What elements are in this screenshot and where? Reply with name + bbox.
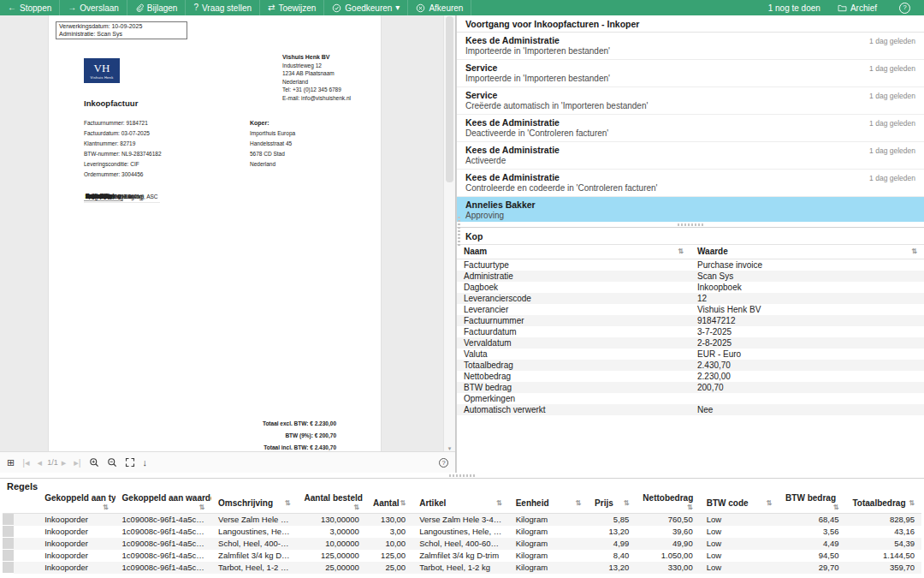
- panel-resizer-vertical[interactable]: [458, 217, 460, 246]
- buyer-address-line: Importhuis Europa: [250, 128, 295, 139]
- regels-row[interactable]: Inkooporder1c09008c-96f1-4a5c-9933-019…V…: [3, 514, 921, 526]
- toolbar-right: 1 nog te doen Archief ?: [768, 0, 924, 15]
- kop-row[interactable]: FactuurtypePurchase invoice: [457, 259, 924, 271]
- toolbar-button-stoppen[interactable]: ←Stoppen: [0, 0, 60, 15]
- regels-cell-nettobedrag: 330,00: [636, 562, 699, 574]
- row-drag-handle[interactable]: [3, 514, 14, 526]
- zoom-in-icon: [89, 457, 99, 468]
- pager-first-page-button[interactable]: |◂: [22, 458, 29, 468]
- regels-header-btw-code[interactable]: BTW code⇅: [700, 493, 779, 514]
- activity-action: Importeerde in 'Importeren bestanden': [465, 74, 915, 83]
- toolbar-button-toewijzen[interactable]: ⇄Toewijzen: [260, 0, 324, 15]
- download-icon: ↓: [143, 458, 148, 468]
- row-drag-handle[interactable]: [3, 526, 14, 538]
- kop-row[interactable]: Factuurdatum3-7-2025: [457, 326, 924, 337]
- sort-icon: ⇅: [198, 503, 204, 513]
- toolbar-button-overslaan[interactable]: →Overslaan: [60, 0, 127, 15]
- regels-header-totaalbedrag[interactable]: Totaalbedrag⇅: [845, 493, 921, 514]
- row-drag-handle[interactable]: [3, 550, 14, 562]
- kop-header-waarde[interactable]: Waarde⇅: [690, 245, 924, 259]
- kop-title: Kop: [457, 228, 924, 245]
- kop-name-cell: Factuurnummer: [457, 315, 690, 326]
- sort-icon: ⇅: [103, 503, 109, 513]
- regels-header-prijs[interactable]: Prijs⇅: [588, 493, 636, 514]
- regels-header-eenheid[interactable]: Eenheid⇅: [509, 493, 588, 514]
- app-window: ←Stoppen→OverslaanBijlagen?Vraag stellen…: [0, 0, 924, 578]
- document-viewport[interactable]: Verwerkingsdatum: 10-09-2025 Administrat…: [0, 15, 455, 452]
- regels-row[interactable]: Inkooporder1c09008c-96f1-4a5c-9933-019…Z…: [3, 550, 921, 562]
- regels-header-artikel[interactable]: Artikel⇅: [412, 493, 509, 514]
- folder-icon: [838, 3, 847, 13]
- archive-button[interactable]: Archief: [832, 3, 882, 14]
- page-indicator: 1/1: [47, 458, 58, 467]
- kop-row[interactable]: ValutaEUR - Euro: [457, 349, 924, 360]
- kop-name-cell: Totaalbedrag: [457, 360, 690, 371]
- kop-name-cell: BTW bedrag: [457, 382, 690, 393]
- pager-grid-button[interactable]: ⊞: [7, 458, 15, 468]
- regels-cell-aantal-besteld: 3,00000: [298, 526, 366, 538]
- activity-item: Service1 dag geledenCreëerde automatisch…: [457, 87, 924, 115]
- regels-cell-btw-bedrag: 3,56: [779, 526, 845, 538]
- paperclip-icon: [135, 3, 144, 12]
- regels-header-nettobedrag[interactable]: Nettobedrag⇅: [636, 493, 699, 514]
- toolbar-button-afkeuren[interactable]: Afkeuren: [408, 0, 471, 15]
- kop-row[interactable]: Factuurnummer91847212: [457, 315, 924, 326]
- kop-row[interactable]: Opmerkingen: [457, 393, 924, 404]
- regels-row[interactable]: Inkooporder1c09008c-96f1-4a5c-9933-019…S…: [3, 538, 921, 550]
- next-page-icon: ▸: [62, 458, 67, 468]
- supplier-address-lines: Industrieweg 121234 AB PlaatsnaamNederla…: [282, 62, 376, 103]
- kop-row[interactable]: BTW bedrag200,70: [457, 382, 924, 393]
- activity-time: 1 dag geleden: [869, 37, 915, 45]
- toolbar-button-goedkeuren[interactable]: Goedkeuren▾: [324, 0, 408, 15]
- activity-item: Kees de Administratie1 dag geledenActive…: [457, 142, 924, 170]
- pager-zoom-in-button[interactable]: [89, 457, 99, 468]
- pager-zoom-out-button[interactable]: [107, 457, 117, 468]
- kop-row[interactable]: Nettobedrag2.230,00: [457, 371, 924, 382]
- pager-prev-page-button[interactable]: ◂: [38, 458, 43, 468]
- kop-value-cell: 2-8-2025: [690, 337, 924, 349]
- regels-cell-aantal-besteld: 125,00000: [298, 550, 366, 562]
- regels-cell-prijs: 8,40: [588, 550, 636, 562]
- toolbar-button-label: Overslaan: [80, 3, 119, 13]
- regels-cell-artikel: Schol, Heel, 400-600 g: [412, 538, 509, 550]
- help-button[interactable]: ?: [894, 2, 915, 15]
- regels-header-gekoppeld-aan-waarde[interactable]: Gekoppeld aan waarde⇅: [116, 493, 212, 514]
- regels-header-aantal[interactable]: Aantal⇅: [366, 493, 412, 514]
- activity-time: 1 dag geleden: [869, 174, 915, 182]
- toolbar-button-bijlagen[interactable]: Bijlagen: [127, 0, 187, 15]
- scrollbar-thumb[interactable]: [446, 16, 453, 182]
- pager-last-page-button[interactable]: ▸|: [74, 458, 80, 468]
- row-drag-handle[interactable]: [3, 538, 14, 550]
- supplier-name: Vishuis Henk BV: [282, 53, 376, 62]
- document-scrollbar[interactable]: ▾: [443, 15, 455, 452]
- regels-header-aantal-besteld[interactable]: Aantal besteld⇅: [298, 493, 366, 514]
- regels-cell-btw-bedrag: 94,50: [779, 550, 845, 562]
- regels-cell-gekoppeld-aan-waarde: 1c09008c-96f1-4a5c-9933-019…: [116, 562, 212, 574]
- row-drag-handle[interactable]: [3, 562, 14, 574]
- toolbar-button-vraag-stellen[interactable]: ?Vraag stellen: [186, 0, 260, 15]
- pager-download-button[interactable]: ↓: [143, 458, 148, 468]
- kop-row[interactable]: Vervaldatum2-8-2025: [457, 337, 924, 349]
- regels-header-gekoppeld-aan-type[interactable]: Gekoppeld aan type⇅: [38, 493, 115, 514]
- regels-cell-totaalbedrag: 359,70: [845, 562, 921, 574]
- sort-icon: ⇅: [624, 498, 630, 509]
- kop-row[interactable]: Leverancierscode12: [457, 293, 924, 304]
- archive-button-label: Archief: [850, 3, 877, 13]
- kop-row[interactable]: DagboekInkoopboek: [457, 282, 924, 293]
- check-circle-icon: [332, 3, 341, 13]
- kop-header-naam[interactable]: Naam⇅: [457, 245, 690, 259]
- pager-next-page-button[interactable]: ▸: [62, 458, 67, 468]
- document-help-icon[interactable]: ?: [439, 458, 448, 468]
- kop-row[interactable]: AdministratieScan Sys: [457, 271, 924, 282]
- regels-header-btw-bedrag[interactable]: BTW bedrag⇅: [779, 493, 845, 514]
- kop-row[interactable]: Totaalbedrag2.430,70: [457, 360, 924, 371]
- pager-fit-screen-button[interactable]: [125, 457, 135, 468]
- regels-header-omschrijving[interactable]: Omschrijving⇅: [211, 493, 297, 514]
- right-panel: Voortgang voor Inkoopfacturen - Inkoper …: [456, 15, 924, 473]
- activity-action: Controleerde en codeerde in 'Controleren…: [465, 183, 915, 193]
- kop-row[interactable]: LeverancierVishuis Henk BV: [457, 304, 924, 315]
- todo-counter: 1 nog te doen: [768, 3, 820, 13]
- regels-row[interactable]: Inkooporder1c09008c-96f1-4a5c-9933-019…L…: [3, 526, 921, 538]
- regels-row[interactable]: Inkooporder1c09008c-96f1-4a5c-9933-019…T…: [3, 562, 921, 574]
- kop-row[interactable]: Automatisch verwerktNee: [457, 404, 924, 415]
